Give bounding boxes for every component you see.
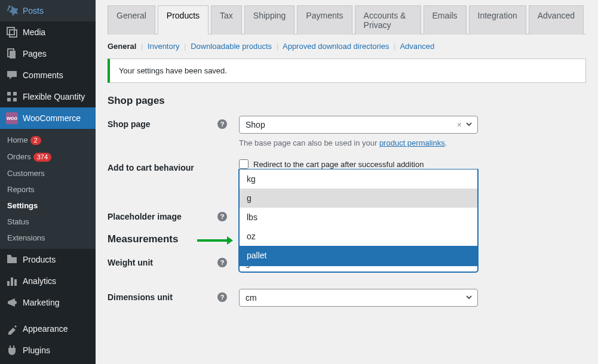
- svg-rect-8: [7, 281, 10, 286]
- sidebar-item-media[interactable]: Media: [0, 21, 96, 43]
- analytics-icon: [6, 275, 18, 287]
- tab-shipping[interactable]: Shipping: [244, 5, 295, 35]
- option-g[interactable]: g: [240, 189, 477, 208]
- clear-icon[interactable]: ×: [457, 120, 462, 129]
- sidebar-item-woocommerce[interactable]: wooWooCommerce: [0, 107, 96, 129]
- tab-payments[interactable]: Payments: [297, 5, 352, 35]
- tab-tax[interactable]: Tax: [211, 5, 242, 35]
- marketing-icon: [6, 297, 18, 309]
- option-pallet[interactable]: pallet: [240, 246, 477, 265]
- option-oz[interactable]: oz: [240, 227, 477, 246]
- submenu-customers[interactable]: Customers: [0, 165, 96, 181]
- settings-tabs: General Products Tax Shipping Payments A…: [108, 5, 586, 35]
- shop-page-select[interactable]: Shop ×: [239, 116, 478, 134]
- svg-rect-5: [13, 92, 17, 95]
- sidebar-label: Media: [23, 27, 45, 37]
- products-subtabs: General | Inventory | Downloadable produ…: [108, 35, 586, 55]
- sidebar-label: Marketing: [23, 298, 59, 307]
- option-kg[interactable]: kg: [240, 169, 477, 189]
- help-icon[interactable]: ?: [217, 258, 227, 267]
- sidebar-item-analytics[interactable]: Analytics: [0, 270, 96, 292]
- submenu-orders[interactable]: Orders374: [0, 149, 96, 165]
- checkbox-label: Redirect to the cart page after successf…: [253, 160, 424, 169]
- select-value: cm: [246, 293, 257, 303]
- weight-unit-label: Weight unit?: [108, 254, 239, 267]
- tab-advanced[interactable]: Advanced: [529, 5, 584, 35]
- submenu-reports[interactable]: Reports: [0, 181, 96, 198]
- tab-general[interactable]: General: [108, 5, 155, 35]
- tab-integration[interactable]: Integration: [469, 5, 526, 35]
- count-badge: 2: [30, 136, 41, 145]
- dimensions-unit-label: Dimensions unit?: [108, 289, 239, 302]
- subtab-downloadable[interactable]: Downloadable products: [191, 42, 272, 51]
- cart-behaviour-label: Add to cart behaviour: [108, 159, 239, 172]
- pushpin-icon: [6, 5, 18, 17]
- sidebar-item-products[interactable]: Products: [0, 249, 96, 270]
- sidebar-label: Posts: [23, 6, 44, 16]
- chevron-down-icon: [465, 293, 473, 303]
- sidebar-item-marketing[interactable]: Marketing: [0, 292, 96, 313]
- sidebar-item-flexible-quantity[interactable]: Flexible Quantity: [0, 86, 96, 107]
- sidebar-item-pages[interactable]: Pages: [0, 43, 96, 64]
- success-notice: Your settings have been saved.: [108, 58, 586, 83]
- subtab-advanced[interactable]: Advanced: [400, 42, 434, 51]
- redirect-cart-checkbox[interactable]: [239, 159, 249, 169]
- sidebar-item-comments[interactable]: Comments: [0, 64, 96, 86]
- admin-sidebar: Posts Media Pages Comments Flexible Quan…: [0, 0, 96, 364]
- shop-page-description: The base page can also be used in your p…: [239, 138, 478, 147]
- sidebar-label: Comments: [23, 70, 63, 80]
- placeholder-image-label: Placeholder image?: [108, 208, 239, 221]
- woocommerce-icon: woo: [6, 112, 18, 124]
- sidebar-item-appearance[interactable]: Appearance: [0, 318, 96, 340]
- sidebar-submenu: Home2 Orders374 Customers Reports Settin…: [0, 129, 96, 249]
- sidebar-label: Appearance: [23, 324, 68, 334]
- dimensions-unit-select[interactable]: cm: [239, 289, 478, 307]
- grid-icon: [6, 91, 18, 103]
- appearance-icon: [6, 323, 18, 335]
- main-content: General Products Tax Shipping Payments A…: [96, 0, 598, 364]
- sidebar-label: Products: [23, 255, 56, 264]
- sidebar-label: WooCommerce: [23, 113, 81, 123]
- count-badge: 374: [33, 153, 51, 162]
- sidebar-label: Pages: [23, 49, 47, 58]
- svg-rect-10: [14, 279, 17, 286]
- submenu-status[interactable]: Status: [0, 214, 96, 230]
- comments-icon: [6, 69, 18, 81]
- weight-unit-dropdown: kg g lbs oz pallet: [239, 169, 478, 266]
- subtab-general[interactable]: General: [108, 42, 136, 51]
- submenu-settings[interactable]: Settings: [0, 198, 96, 214]
- submenu-extensions[interactable]: Extensions: [0, 230, 96, 246]
- help-icon[interactable]: ?: [217, 119, 227, 129]
- products-icon: [6, 254, 18, 266]
- sidebar-label: Flexible Quantity: [23, 92, 85, 101]
- svg-rect-9: [11, 277, 13, 286]
- svg-rect-7: [13, 98, 17, 101]
- plugins-icon: [6, 344, 18, 356]
- section-shop-pages: Shop pages: [108, 95, 586, 107]
- svg-rect-4: [7, 92, 11, 95]
- submenu-home[interactable]: Home2: [0, 132, 96, 149]
- tab-accounts-privacy[interactable]: Accounts & Privacy: [355, 5, 421, 35]
- subtab-approved-download[interactable]: Approved download directories: [283, 42, 390, 51]
- sidebar-label: Plugins: [23, 346, 50, 355]
- svg-rect-3: [10, 51, 16, 58]
- select-value: Shop: [246, 120, 265, 129]
- sidebar-label: Analytics: [23, 276, 56, 286]
- pages-icon: [6, 48, 18, 60]
- tab-products[interactable]: Products: [158, 5, 208, 35]
- sidebar-item-plugins[interactable]: Plugins: [0, 340, 96, 361]
- tab-emails[interactable]: Emails: [424, 5, 467, 35]
- chevron-down-icon: [465, 120, 473, 129]
- option-lbs[interactable]: lbs: [240, 208, 477, 227]
- permalinks-link[interactable]: product permalinks: [379, 138, 445, 147]
- subtab-inventory[interactable]: Inventory: [148, 42, 179, 51]
- help-icon[interactable]: ?: [217, 212, 227, 221]
- sidebar-item-posts[interactable]: Posts: [0, 0, 96, 21]
- shop-page-label: Shop page?: [108, 116, 239, 129]
- help-icon[interactable]: ?: [217, 292, 227, 302]
- media-icon: [6, 26, 18, 38]
- svg-rect-6: [7, 98, 11, 101]
